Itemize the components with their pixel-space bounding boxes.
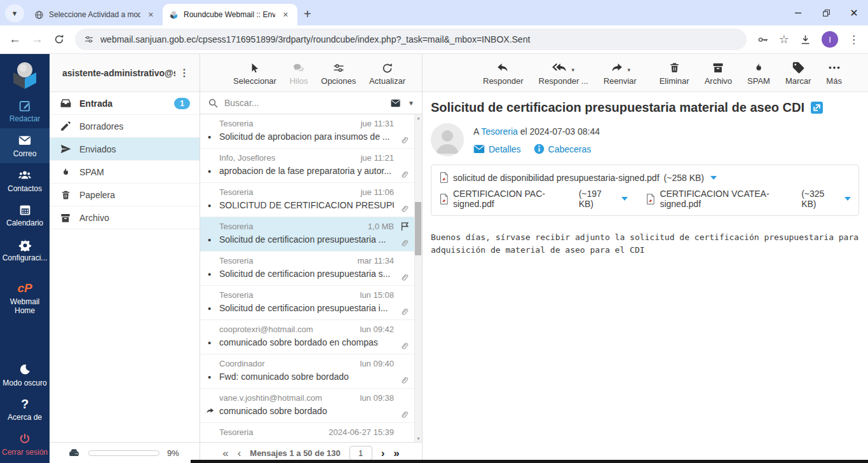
profile-avatar[interactable]: I xyxy=(822,31,838,48)
spam-button[interactable]: SPAM xyxy=(747,60,770,86)
sidebar-item-label: Configuraci... xyxy=(3,254,48,263)
reload-button[interactable] xyxy=(53,34,65,45)
toolbar-label: Reenviar xyxy=(604,76,637,86)
unread-dot: • xyxy=(208,338,219,347)
bookmark-star-icon[interactable]: ☆ xyxy=(779,32,789,46)
restore-button[interactable] xyxy=(812,0,840,25)
reply-all-button[interactable]: ▼ Responder ... xyxy=(539,60,588,86)
toolbar-label: Responder ... xyxy=(539,76,588,86)
sidebar-item-dark-mode[interactable]: Modo oscuro xyxy=(0,358,50,393)
message-row[interactable]: Tesoreriajue 11:31 •Solicitud de aprobac… xyxy=(200,114,422,149)
sidebar-item-settings[interactable]: Configuraci... xyxy=(0,232,50,267)
browser-tab-1[interactable]: Seleccione Actividad a modifica ✕ xyxy=(28,4,163,25)
scroll-down-icon[interactable]: ▼ xyxy=(416,436,421,441)
scroll-up-icon[interactable]: ▲ xyxy=(416,116,421,120)
row-sender: Tesoreria xyxy=(219,119,360,128)
message-row[interactable]: Tesoreriamar 11:34 •Solicitud de certifi… xyxy=(200,252,422,286)
forward-dropdown-caret[interactable]: ▼ xyxy=(627,67,632,73)
archive-button[interactable]: Archivo xyxy=(705,60,732,86)
message-row[interactable]: cooprotexri@hotmail.comlun 09:42 •comuni… xyxy=(200,320,422,354)
browser-tab-2[interactable]: Roundcube Webmail :: Enviados ✕ xyxy=(163,4,297,25)
list-scrollbar[interactable]: ▲ ▼ xyxy=(414,114,422,442)
recipient-link[interactable]: Tesoreria xyxy=(481,126,518,137)
folder-inbox[interactable]: Entrada 1 xyxy=(50,92,200,115)
folder-trash[interactable]: Papelera xyxy=(50,184,200,206)
search-scope-icon[interactable] xyxy=(389,98,402,109)
sidebar-item-about[interactable]: ? Acerca de xyxy=(0,392,50,427)
pdf-file-icon xyxy=(646,193,655,205)
last-page-button[interactable]: » xyxy=(393,448,399,459)
list-toolbar: Seleccionar Hilos Opciones xyxy=(200,54,422,92)
page-number-input[interactable] xyxy=(349,446,372,460)
reply-all-dropdown-caret[interactable]: ▼ xyxy=(571,67,576,73)
question-icon: ? xyxy=(21,397,29,411)
folder-menu-icon[interactable]: ⋮ xyxy=(175,67,193,79)
folder-sent[interactable]: Enviados xyxy=(50,138,200,161)
sidebar-item-logout[interactable]: Cerrar sesión xyxy=(0,427,50,462)
tab-close-icon[interactable]: ✕ xyxy=(280,10,291,20)
next-page-button[interactable]: › xyxy=(381,448,385,459)
site-settings-icon[interactable] xyxy=(84,34,94,44)
open-in-new-window-icon[interactable] xyxy=(811,102,823,114)
attachment-icon xyxy=(398,305,412,319)
folder-spam[interactable]: SPAM xyxy=(50,161,200,184)
forward-button[interactable]: → xyxy=(31,32,43,46)
sidebar-item-compose[interactable]: Redactar xyxy=(0,93,50,128)
attachments-box: solicitud de disponibilidad presupuestar… xyxy=(431,164,859,216)
folder-drafts[interactable]: Borradores xyxy=(50,115,200,138)
search-options-chevron[interactable]: ▼ xyxy=(408,100,414,107)
back-button[interactable]: ← xyxy=(9,32,21,46)
first-page-button[interactable]: « xyxy=(222,448,228,459)
attachment-name[interactable]: CERTIFICACION VCATEA-signed.pdf xyxy=(660,189,797,209)
prev-page-button[interactable]: ‹ xyxy=(238,448,241,459)
headers-link[interactable]: Cabeceras xyxy=(534,144,592,154)
options-button[interactable]: Opciones xyxy=(321,60,356,86)
attachment-name[interactable]: solicitud de disponibilidad presupuestar… xyxy=(453,173,660,183)
headers-label[interactable]: Cabeceras xyxy=(548,144,592,154)
more-button[interactable]: Más xyxy=(826,60,842,86)
attachment-menu-caret[interactable] xyxy=(710,176,717,180)
attachment-item[interactable]: CERTIFICACION VCATEA-signed.pdf (~325 KB… xyxy=(646,189,851,209)
details-link[interactable]: Detalles xyxy=(473,144,521,154)
password-key-icon[interactable] xyxy=(757,34,769,46)
close-button[interactable]: ✕ xyxy=(840,0,868,25)
message-row[interactable]: Tesoreriajue 11:06 •SOLICITUD DE CERTIFI… xyxy=(200,183,422,217)
message-row[interactable]: Tesoreria2024-06-27 15:39 xyxy=(200,423,422,442)
message-row[interactable]: Coordinadorlun 09:40 •Fwd: comunicado so… xyxy=(200,354,422,389)
message-row-selected[interactable]: Tesoreria1,0 MB •Solicitud de certificac… xyxy=(200,217,422,252)
unread-dot: • xyxy=(208,235,219,245)
sidebar-item-calendar[interactable]: Calendario xyxy=(0,198,50,232)
attachment-name[interactable]: CERTIFICACION PAC-signed.pdf xyxy=(453,189,574,209)
details-label[interactable]: Detalles xyxy=(489,144,521,154)
select-button[interactable]: Seleccionar xyxy=(233,60,276,86)
attachment-item[interactable]: solicitud de disponibilidad presupuestar… xyxy=(439,171,717,184)
sidebar-item-mail[interactable]: Correo xyxy=(0,128,50,163)
tab-close-icon[interactable]: ✕ xyxy=(146,10,156,20)
message-row[interactable]: Tesorerialun 15:08 •Solicitud de certifi… xyxy=(200,286,422,320)
message-row[interactable]: Info, Josefloresjue 11:21 •aprobacion de… xyxy=(200,149,422,183)
threads-button[interactable]: Hilos xyxy=(290,60,308,86)
new-tab-button[interactable]: + xyxy=(297,7,319,25)
mark-button[interactable]: Marcar xyxy=(785,60,811,86)
scrollbar-thumb[interactable] xyxy=(415,202,421,255)
message-row[interactable]: vane.v.joshtin@hotmail.comlun 09:38 comu… xyxy=(200,389,422,423)
attachment-item[interactable]: CERTIFICACION PAC-signed.pdf (~197 KB) xyxy=(439,189,628,209)
search-input[interactable] xyxy=(224,98,383,108)
delete-button[interactable]: Eliminar xyxy=(660,60,689,86)
attachment-menu-caret[interactable] xyxy=(621,197,628,201)
attachment-menu-caret[interactable] xyxy=(844,197,851,201)
minimize-button[interactable] xyxy=(784,0,812,25)
reply-button[interactable]: Responder xyxy=(483,60,524,86)
download-icon[interactable] xyxy=(799,34,811,46)
attachment-size: (~258 KB) xyxy=(664,173,704,183)
forward-button[interactable]: ▼ Reenviar xyxy=(604,60,637,86)
attachment-icon xyxy=(398,202,412,217)
refresh-button[interactable]: Actualizar xyxy=(369,60,405,86)
sidebar-item-contacts[interactable]: Contactos xyxy=(0,163,50,198)
folder-label: Archivo xyxy=(79,213,109,223)
url-bar[interactable]: webmail.sanjuan.gob.ec/cpsess1716951899/… xyxy=(75,29,747,50)
tab-search-button[interactable]: ▼ xyxy=(5,4,24,22)
sidebar-item-webmail-home[interactable]: cP Webmail Home xyxy=(0,276,50,320)
folder-archive[interactable]: Archivo xyxy=(50,206,200,229)
browser-menu-icon[interactable]: ⋮ xyxy=(848,33,859,46)
